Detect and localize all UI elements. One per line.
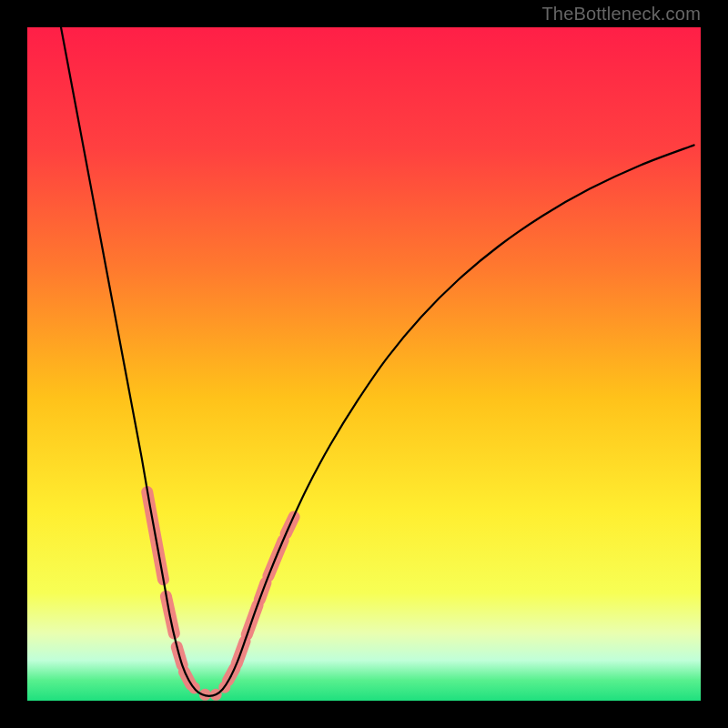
chart-svg <box>27 27 701 701</box>
outer-frame: TheBottleneck.com <box>0 0 728 728</box>
plot-area <box>27 27 701 701</box>
watermark-text: TheBottleneck.com <box>541 4 701 25</box>
gradient-background <box>27 27 701 701</box>
